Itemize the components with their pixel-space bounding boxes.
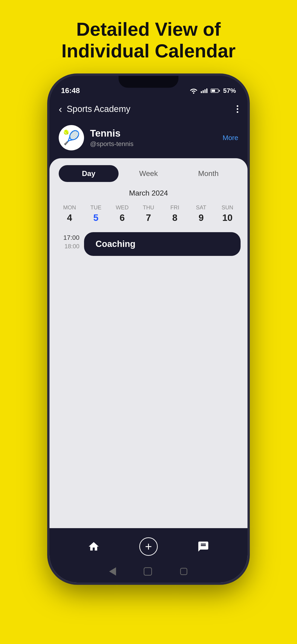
events-area: 17:00 18:00 Coaching <box>50 228 248 528</box>
svg-rect-0 <box>180 568 187 575</box>
profile-handle: @sports-tennis <box>90 140 134 148</box>
header-left: ‹ Sports Academy <box>59 104 130 115</box>
home-indicator-area <box>50 565 248 582</box>
day-number: 4 <box>67 212 72 223</box>
time-end: 18:00 <box>64 243 80 250</box>
android-home-icon[interactable] <box>144 567 152 576</box>
day-col-thu[interactable]: THU 7 <box>139 204 158 223</box>
tab-month[interactable]: Month <box>178 165 238 182</box>
event-row[interactable]: 17:00 18:00 Coaching <box>56 232 240 256</box>
day-name: MON <box>63 204 76 211</box>
day-name: SUN <box>222 204 233 211</box>
tab-week[interactable]: Week <box>118 165 178 182</box>
android-back-icon[interactable] <box>109 567 116 576</box>
day-col-tue[interactable]: TUE 5 <box>86 204 105 223</box>
profile-info: Tennis @sports-tennis <box>90 128 134 148</box>
status-time: 16:48 <box>61 86 80 95</box>
profile-section: 🎾 Tennis @sports-tennis More <box>50 120 248 158</box>
day-number: 8 <box>172 212 177 223</box>
day-name: WED <box>116 204 129 211</box>
android-buttons <box>109 567 188 576</box>
more-button[interactable] <box>237 105 238 113</box>
event-card[interactable]: Coaching <box>84 232 240 256</box>
app-header: ‹ Sports Academy <box>50 99 248 120</box>
phone-shell: 16:48 57% ‹ Sports Academy <box>50 76 248 582</box>
day-name: SAT <box>196 204 206 211</box>
home-nav-button[interactable] <box>88 540 100 552</box>
event-name: Coaching <box>96 239 136 249</box>
day-number: 9 <box>198 212 204 223</box>
day-name: FRI <box>170 204 179 211</box>
battery-icon <box>211 89 220 93</box>
day-col-wed[interactable]: WED 6 <box>113 204 132 223</box>
day-number-today: 5 <box>93 212 98 223</box>
notch <box>118 76 178 88</box>
avatar: 🎾 <box>59 125 84 150</box>
day-col-sun[interactable]: SUN 10 <box>218 204 237 223</box>
day-number: 6 <box>120 212 125 223</box>
android-recents-icon[interactable] <box>180 567 188 576</box>
day-col-fri[interactable]: FRI 8 <box>166 204 184 223</box>
days-row: MON 4 TUE 5 WED 6 THU 7 FRI 8 SAT 9 <box>50 202 248 228</box>
day-col-mon[interactable]: MON 4 <box>60 204 79 223</box>
calendar-container: Day Week Month March 2024 MON 4 TUE 5 WE… <box>50 158 248 582</box>
month-label: March 2024 <box>50 186 248 202</box>
wifi-icon <box>190 88 198 94</box>
day-name: TUE <box>90 204 101 211</box>
signal-icon <box>201 88 208 93</box>
chat-nav-button[interactable] <box>197 540 209 552</box>
page-title: Detailed View of Individual Calendar <box>48 18 249 62</box>
time-labels: 17:00 18:00 <box>56 232 80 250</box>
time-start: 17:00 <box>63 234 80 242</box>
profile-name: Tennis <box>90 128 134 139</box>
header-title: Sports Academy <box>67 104 130 114</box>
day-col-sat[interactable]: SAT 9 <box>192 204 210 223</box>
add-nav-button[interactable]: + <box>139 537 158 556</box>
tab-day[interactable]: Day <box>59 165 118 182</box>
battery-percent: 57% <box>223 87 236 94</box>
profile-left: 🎾 Tennis @sports-tennis <box>59 125 134 150</box>
day-number: 7 <box>146 212 151 223</box>
tab-bar: Day Week Month <box>50 158 248 186</box>
bottom-nav: + <box>50 528 248 565</box>
status-right: 57% <box>190 87 236 94</box>
back-button[interactable]: ‹ <box>59 104 62 115</box>
day-name: THU <box>143 204 154 211</box>
day-number: 10 <box>222 212 233 223</box>
more-link[interactable]: More <box>223 134 238 142</box>
